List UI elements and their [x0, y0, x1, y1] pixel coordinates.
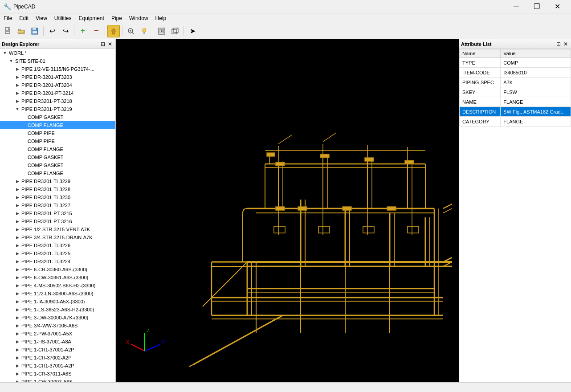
menu-view[interactable]: View: [32, 13, 51, 23]
attr-row[interactable]: TYPECOMP: [460, 58, 571, 68]
tree-expand-icon[interactable]: ▶: [14, 251, 20, 256]
tree-item[interactable]: ▶PIPE 1-CH1-37001-A2P: [0, 346, 115, 354]
tree-item[interactable]: COMP FLANGE: [0, 169, 115, 177]
tree-item[interactable]: ▶PIPE 11/2-LN-30800-A6S-(3300): [0, 290, 115, 298]
tree-item[interactable]: ▶PIPE 3/4-STR-3215-DRAIN-A7K: [0, 233, 115, 241]
tree-item[interactable]: ▶PIPE 1-CW-37007-A6S: [0, 378, 115, 382]
tree-item[interactable]: ▶PIPE DR3201-TI-3229: [0, 177, 115, 185]
tree-expand-icon[interactable]: ▶: [14, 291, 20, 296]
tree-item[interactable]: ▶PIPE DR3201-TI-3226: [0, 241, 115, 249]
tree-expand-icon[interactable]: ▶: [14, 299, 20, 304]
design-explorer-tree[interactable]: ▼WORL *▼SITE SITE-01▶PIPE 1/2-VE-3115/N6…: [0, 49, 115, 382]
snap-button[interactable]: [155, 25, 168, 37]
tree-expand-icon[interactable]: ▶: [14, 323, 20, 328]
tree-item[interactable]: ▶PIPE DR3201-TI-3230: [0, 193, 115, 201]
tree-expand-icon[interactable]: ▶: [14, 355, 20, 360]
select-button[interactable]: [107, 25, 120, 37]
tree-expand-icon[interactable]: ▶: [14, 267, 20, 272]
tree-expand-icon[interactable]: ▶: [14, 83, 20, 87]
tree-item[interactable]: ▼SITE SITE-01: [0, 57, 115, 65]
view3d-button[interactable]: [169, 25, 181, 37]
menu-utilities[interactable]: Utilities: [51, 13, 75, 23]
light-button[interactable]: [138, 25, 151, 37]
tree-item[interactable]: ▶PIPE 1-HS-37001-A8A: [0, 338, 115, 346]
tree-item[interactable]: COMP GASKET: [0, 153, 115, 161]
tree-expand-icon[interactable]: ▶: [14, 75, 20, 79]
tree-expand-icon[interactable]: ▶: [14, 195, 20, 200]
tree-expand-icon[interactable]: ▶: [14, 339, 20, 344]
menu-edit[interactable]: Edit: [16, 13, 32, 23]
tree-item[interactable]: ▶PIPE DR-3201-AT3204: [0, 81, 115, 89]
arrow-button[interactable]: ➤: [186, 25, 199, 37]
tree-item[interactable]: ▶PIPE DR3201-TI-3225: [0, 249, 115, 257]
tree-expand-icon[interactable]: ▶: [14, 283, 20, 288]
tree-item[interactable]: ▶PIPE 1-IA-30900-A5X-(3300): [0, 298, 115, 306]
tree-item[interactable]: ▶PIPE 1-CR-37011-A6S: [0, 370, 115, 378]
tree-expand-icon[interactable]: ▶: [14, 235, 20, 240]
tree-expand-icon[interactable]: ▶: [14, 347, 20, 352]
save-button[interactable]: [29, 25, 41, 37]
tree-item[interactable]: ▶PIPE 1/2-STR-3215-VENT-A7K: [0, 225, 115, 233]
delete-button[interactable]: −: [90, 25, 102, 37]
tree-expand-icon[interactable]: ▶: [14, 227, 20, 232]
tree-item[interactable]: COMP PIPE: [0, 137, 115, 145]
attr-row[interactable]: CATEGORYFLANGE: [460, 117, 571, 127]
tree-expand-icon[interactable]: ▶: [14, 275, 20, 280]
tree-item[interactable]: ▶PIPE DR3201-PT-3218: [0, 97, 115, 105]
tree-expand-icon[interactable]: ▶: [14, 211, 20, 216]
menu-equipment[interactable]: Equipment: [75, 13, 108, 23]
tree-item[interactable]: ▶PIPE 6-CR-30360-A6S-(3300): [0, 265, 115, 274]
tree-item[interactable]: ▶PIPE 1-CH1-37001-A2P: [0, 362, 115, 370]
tree-item[interactable]: ▶PIPE DR3201-TI-3228: [0, 185, 115, 193]
add-button[interactable]: +: [77, 25, 89, 37]
tree-item[interactable]: COMP FLANGE: [0, 145, 115, 153]
tree-item[interactable]: ▶PIPE DR-3201-PT-3214: [0, 89, 115, 97]
tree-expand-icon[interactable]: ▶: [14, 259, 20, 264]
tree-expand-icon[interactable]: ▼: [14, 107, 20, 111]
tree-expand-icon[interactable]: ▶: [14, 243, 20, 248]
tree-expand-icon[interactable]: ▶: [14, 99, 20, 103]
tree-expand-icon[interactable]: ▶: [14, 67, 20, 71]
menu-file[interactable]: File: [0, 13, 16, 23]
tree-item[interactable]: ▼WORL *: [0, 49, 115, 57]
3d-viewport[interactable]: Y X Z: [116, 39, 459, 382]
tree-expand-icon[interactable]: ▶: [14, 91, 20, 95]
tree-item[interactable]: ▼PIPE DR3201-PT-3219: [0, 105, 115, 113]
tree-item[interactable]: COMP GASKET: [0, 161, 115, 169]
tree-expand-icon[interactable]: ▶: [14, 363, 20, 368]
tree-expand-icon[interactable]: ▶: [14, 331, 20, 336]
tree-item[interactable]: ▶PIPE 3/4-WW-37006-A6S: [0, 322, 115, 330]
tree-expand-icon[interactable]: ▶: [14, 380, 20, 382]
tree-item[interactable]: COMP GASKET: [0, 113, 115, 121]
tree-expand-icon[interactable]: ▼: [8, 59, 14, 63]
tree-item[interactable]: ▶PIPE DR3201-TI-3227: [0, 201, 115, 209]
explorer-close-button[interactable]: ✕: [106, 41, 114, 48]
menu-window[interactable]: Window: [126, 13, 152, 23]
new-button[interactable]: [2, 25, 14, 37]
tree-item[interactable]: ▶PIPE 3-DW-30000-A7K-(3300): [0, 314, 115, 322]
open-button[interactable]: [15, 25, 28, 37]
tree-item[interactable]: ▶PIPE 2-PW-37001-A5X: [0, 330, 115, 338]
tree-expand-icon[interactable]: ▶: [14, 307, 20, 312]
tree-expand-icon[interactable]: ▼: [2, 51, 8, 55]
tree-item[interactable]: ▶PIPE 6-CW-30361-A6S-(3300): [0, 274, 115, 282]
attr-undock-button[interactable]: ⊡: [555, 41, 562, 48]
tree-item[interactable]: COMP PIPE: [0, 129, 115, 137]
tree-item[interactable]: ▶PIPE DR3201-TI-3224: [0, 257, 115, 265]
redo-button[interactable]: ↪: [59, 25, 72, 37]
tree-expand-icon[interactable]: ▶: [14, 179, 20, 184]
menu-help[interactable]: Help: [152, 13, 170, 23]
zoom-button[interactable]: [125, 25, 137, 37]
tree-expand-icon[interactable]: ▶: [14, 315, 20, 320]
tree-item[interactable]: ▶PIPE DR3201-PT-3216: [0, 217, 115, 225]
close-button[interactable]: ✕: [547, 0, 567, 13]
attr-row[interactable]: ITEM-CODEI34065010: [460, 68, 571, 78]
tree-item[interactable]: COMP FLANGE: [0, 121, 115, 129]
undo-button[interactable]: ↩: [46, 25, 58, 37]
tree-expand-icon[interactable]: ▶: [14, 203, 20, 208]
minimize-button[interactable]: ─: [506, 0, 526, 13]
tree-expand-icon[interactable]: ▶: [14, 372, 20, 376]
menu-pipe[interactable]: Pipe: [108, 13, 126, 23]
tree-expand-icon[interactable]: ▶: [14, 219, 20, 224]
tree-item[interactable]: ▶PIPE DR-3201-AT3203: [0, 73, 115, 81]
